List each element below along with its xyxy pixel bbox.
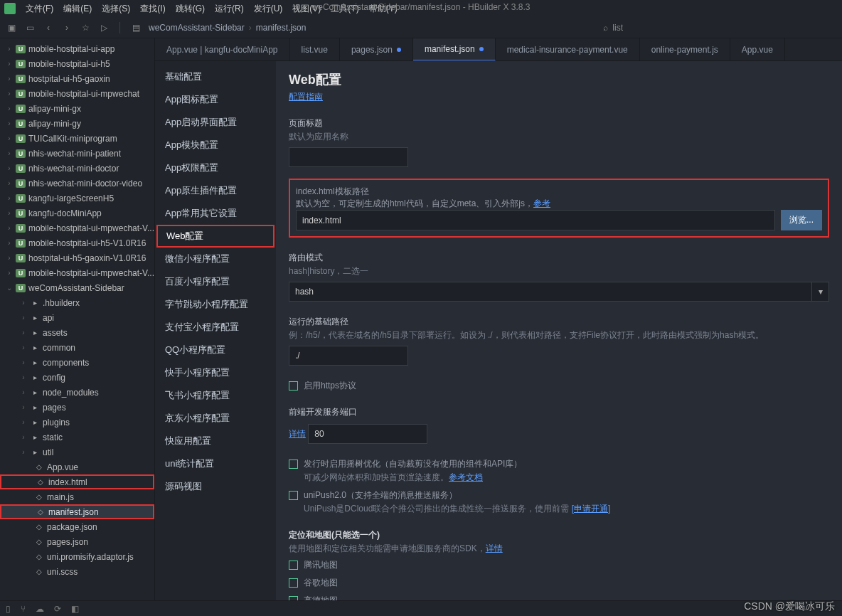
project-item[interactable]: ›Ukangfu-largeScreenH5 xyxy=(0,191,154,206)
sync-icon[interactable]: ⟳ xyxy=(54,604,61,614)
project-item[interactable]: ›Uhostpital-ui-h5-gaoxin-V1.0R16 xyxy=(0,250,154,265)
config-nav-item[interactable]: App常用其它设置 xyxy=(155,202,276,225)
file-item[interactable]: ◇package.json xyxy=(0,519,154,534)
config-nav-item[interactable]: App原生插件配置 xyxy=(155,179,276,202)
file-item[interactable]: ◇App.vue xyxy=(0,460,154,474)
folder-item[interactable]: ›▸assets xyxy=(0,325,154,340)
editor-tab[interactable]: App.vue xyxy=(730,38,785,60)
file-item[interactable]: ◇pages.json xyxy=(0,534,154,549)
folder-item[interactable]: ›▸plugins xyxy=(0,415,154,430)
config-nav-item[interactable]: App图标配置 xyxy=(155,88,276,111)
file-item[interactable]: ◇index.html xyxy=(0,474,154,489)
config-nav-item[interactable]: App权限配置 xyxy=(155,156,276,179)
folder-item[interactable]: ›▸pages xyxy=(0,400,154,415)
devport-link[interactable]: 详情 xyxy=(289,429,306,439)
treeshake-link[interactable]: 参考文档 xyxy=(449,472,483,482)
save-icon[interactable]: ▣ xyxy=(6,22,17,33)
search-text[interactable]: list xyxy=(612,23,623,33)
project-item[interactable]: ›Umobile-hostpital-ui-mpwechat xyxy=(0,86,154,101)
play-icon[interactable]: ▷ xyxy=(98,22,110,33)
menu-find[interactable]: 查找(I) xyxy=(136,1,169,16)
project-item[interactable]: ›UTUICallKit-miniprogram xyxy=(0,131,154,146)
page-title-input[interactable] xyxy=(289,147,408,167)
config-nav-item[interactable]: App模块配置 xyxy=(155,134,276,156)
config-nav-item[interactable]: 字节跳动小程序配置 xyxy=(155,293,276,316)
browse-button[interactable]: 浏览... xyxy=(781,210,822,230)
file-item[interactable]: ◇uni.promisify.adaptor.js xyxy=(0,549,154,564)
unipush-checkbox[interactable] xyxy=(289,491,298,500)
config-nav-item[interactable]: 快应用配置 xyxy=(155,430,276,452)
folder-item[interactable]: ›▸api xyxy=(0,310,154,325)
editor-tab[interactable]: medical-insurance-payment.vue xyxy=(496,38,640,60)
cloud-icon[interactable]: ☁ xyxy=(36,604,44,614)
breadcrumb-file[interactable]: manifest.json xyxy=(256,23,307,33)
config-nav-item[interactable]: 支付宝小程序配置 xyxy=(155,316,276,339)
explorer-icon[interactable]: ▤ xyxy=(130,22,142,33)
project-item[interactable]: ›Ualipay-mini-gx xyxy=(0,101,154,116)
menu-run[interactable]: 运行(R) xyxy=(210,1,248,16)
project-item-open[interactable]: ⌄UweComAssistant-Sidebar xyxy=(0,280,154,295)
chevron-down-icon[interactable]: ▾ xyxy=(812,282,829,302)
star-icon[interactable]: ☆ xyxy=(80,22,91,33)
base-input[interactable] xyxy=(289,346,408,366)
folder-item[interactable]: ›▸.hbuilderx xyxy=(0,295,154,310)
debug-icon[interactable]: ◧ xyxy=(71,604,79,614)
terminal-icon[interactable]: ▯ xyxy=(6,604,11,614)
folder-item[interactable]: ›▸util xyxy=(0,445,154,460)
forward-icon[interactable]: › xyxy=(61,22,73,33)
treeshake-checkbox[interactable] xyxy=(289,460,298,469)
map-checkbox[interactable] xyxy=(289,578,298,588)
config-nav-item[interactable]: App启动界面配置 xyxy=(155,111,276,134)
breadcrumb[interactable]: weComAssistant-Sidebar › manifest.json xyxy=(149,23,306,33)
config-nav-item[interactable]: 源码视图 xyxy=(155,475,276,498)
project-item[interactable]: ›Unhis-wechat-mini-doctor xyxy=(0,161,154,176)
folder-item[interactable]: ›▸common xyxy=(0,340,154,355)
folder-item[interactable]: ›▸static xyxy=(0,430,154,445)
menu-edit[interactable]: 编辑(E) xyxy=(59,1,96,16)
template-input[interactable] xyxy=(296,210,775,230)
menu-goto[interactable]: 跳转(G) xyxy=(171,1,209,16)
project-item[interactable]: ›Uhostpital-ui-h5-gaoxin xyxy=(0,71,154,86)
folder-item[interactable]: ›▸components xyxy=(0,355,154,370)
editor-tab[interactable]: manifest.json xyxy=(413,38,496,60)
config-nav-item[interactable]: uni统计配置 xyxy=(155,452,276,475)
editor-tab[interactable]: pages.json xyxy=(340,38,413,60)
menu-file[interactable]: 文件(F) xyxy=(21,1,58,16)
editor-tab[interactable]: online-payment.js xyxy=(640,38,730,60)
unipush-link[interactable]: [申请开通] xyxy=(572,504,611,514)
project-item[interactable]: ›Unhis-wechat-mini-patient xyxy=(0,146,154,161)
file-item[interactable]: ◇manifest.json xyxy=(0,504,154,519)
config-nav-item[interactable]: 飞书小程序配置 xyxy=(155,384,276,407)
router-select[interactable] xyxy=(289,282,812,302)
folder-item[interactable]: ›▸config xyxy=(0,370,154,385)
editor-tab[interactable]: App.vue | kangfu-docMiniApp xyxy=(155,38,290,60)
config-nav-item[interactable]: 百度小程序配置 xyxy=(155,270,276,293)
project-item[interactable]: ›Umobile-hostpital-ui-h5-V1.0R16 xyxy=(0,235,154,250)
template-ref-link[interactable]: 参考 xyxy=(533,198,550,208)
breadcrumb-folder[interactable]: weComAssistant-Sidebar xyxy=(149,23,245,33)
folder-icon[interactable]: ▭ xyxy=(24,22,36,33)
project-item[interactable]: ›Ukangfu-docMiniApp xyxy=(0,206,154,221)
project-item[interactable]: ›Umobile-hostpital-ui-app xyxy=(0,41,154,56)
https-checkbox[interactable] xyxy=(289,381,298,391)
config-guide-link[interactable]: 配置指南 xyxy=(289,92,323,102)
config-nav-item[interactable]: 快手小程序配置 xyxy=(155,361,276,384)
project-item[interactable]: ›Unhis-wechat-mini-doctor-video xyxy=(0,176,154,191)
config-nav-item[interactable]: 京东小程序配置 xyxy=(155,407,276,430)
project-item[interactable]: ›Ualipay-mini-gy xyxy=(0,116,154,131)
menu-select[interactable]: 选择(S) xyxy=(97,1,134,16)
devport-input[interactable] xyxy=(308,424,427,444)
folder-item[interactable]: ›▸node_modules xyxy=(0,385,154,400)
back-icon[interactable]: ‹ xyxy=(43,22,54,33)
map-link[interactable]: 详情 xyxy=(486,543,503,553)
config-nav-item[interactable]: Web配置 xyxy=(156,225,275,248)
editor-tab[interactable]: list.vue xyxy=(290,38,340,60)
config-nav-item[interactable]: QQ小程序配置 xyxy=(155,339,276,361)
git-icon[interactable]: ⑂ xyxy=(21,604,26,614)
map-checkbox[interactable] xyxy=(289,561,298,570)
project-item[interactable]: ›Umobile-hostpital-ui-mpwechat-V... xyxy=(0,265,154,280)
search-box[interactable]: ⌕ list xyxy=(603,23,836,33)
config-nav-item[interactable]: 基础配置 xyxy=(155,65,276,88)
file-item[interactable]: ◇uni.scss xyxy=(0,564,154,579)
file-item[interactable]: ◇main.js xyxy=(0,489,154,504)
